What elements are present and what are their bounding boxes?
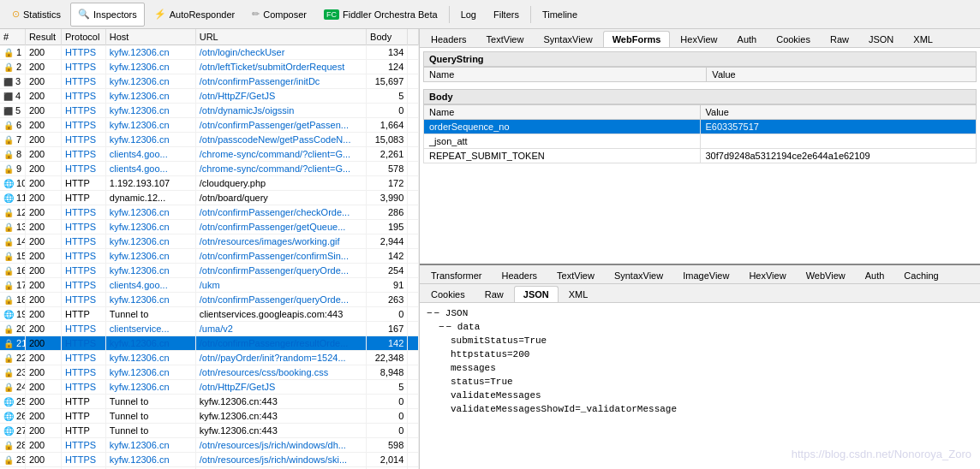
table-row[interactable]: 🔒 2 200 HTTPS kyfw.12306.cn /otn/leftTic… (0, 60, 419, 74)
cell-body: 3,990 (367, 191, 408, 205)
tab-xml[interactable]: XML (904, 31, 942, 47)
table-row[interactable]: 🔒 16 200 HTTPS kyfw.12306.cn /otn/confir… (0, 264, 419, 278)
cell-url: /otn/confirmPassenger/getQueue... (195, 220, 366, 234)
table-row[interactable]: 🔒 23 200 HTTPS kyfw.12306.cn /otn/resour… (0, 365, 419, 380)
table-row[interactable]: 🔒 12 200 HTTPS kyfw.12306.cn /otn/confir… (0, 205, 419, 220)
tab-syntaxview[interactable]: SyntaxView (534, 31, 601, 47)
tab-imageview[interactable]: ImageView (673, 267, 738, 283)
top-toolbar: ⊙ Statistics 🔍 Inspectors ⚡ AutoResponde… (0, 0, 980, 29)
table-row[interactable]: 🌐 27 200 HTTP Tunnel to kyfw.12306.cn:44… (0, 424, 419, 438)
table-row[interactable]: ⬛ 5 200 HTTPS kyfw.12306.cn /otn/dynamic… (0, 104, 419, 118)
tab-lower-headers[interactable]: Headers (493, 267, 547, 283)
table-row[interactable]: 🔒 29 200 HTTPS kyfw.12306.cn /otn/resour… (0, 453, 419, 467)
cell-host: kyfw.12306.cn (105, 249, 195, 264)
statistics-icon: ⊙ (12, 9, 20, 20)
cell-body: 91 (367, 278, 408, 293)
tab-cookies[interactable]: Cookies (767, 31, 820, 47)
cell-host: kyfw.12306.cn (105, 220, 195, 234)
tab-textview[interactable]: TextView (477, 31, 534, 47)
toolbar-separator2 (530, 6, 531, 23)
tab-webforms[interactable]: WebForms (603, 31, 671, 47)
table-row[interactable]: 🔒 13 200 HTTPS kyfw.12306.cn /otn/confir… (0, 220, 419, 234)
autoresponder-tab[interactable]: ⚡ AutoResponder (146, 3, 242, 27)
inspectors-tab[interactable]: 🔍 Inspectors (70, 3, 145, 27)
cell-result: 200 (25, 351, 61, 365)
cell-num: 🌐 19 (0, 307, 25, 322)
cell-body: 134 (367, 45, 408, 60)
table-row[interactable]: ⬛ 3 200 HTTPS kyfw.12306.cn /otn/confirm… (0, 74, 419, 89)
cell-result: 200 (25, 453, 61, 467)
table-row[interactable]: 🔒 28 200 HTTPS kyfw.12306.cn /otn/resour… (0, 438, 419, 453)
querystring-table: Name Value (423, 67, 977, 82)
timeline-tab[interactable]: Timeline (535, 3, 585, 27)
body-row[interactable]: _json_att (424, 134, 977, 149)
cell-url: /otn/HttpZF/GetJS (195, 380, 366, 395)
cell-result: 200 (25, 336, 61, 351)
tab-lower-auth[interactable]: Auth (856, 267, 894, 283)
cell-num: 🔒 9 (0, 162, 25, 176)
tab-json[interactable]: JSON (859, 31, 903, 47)
table-row[interactable]: 🌐 10 200 HTTP 1.192.193.107 /cloudquery.… (0, 176, 419, 191)
tab-caching[interactable]: Caching (894, 267, 947, 283)
fiddler-orchestra-tab[interactable]: FC Fiddler Orchestra Beta (316, 3, 445, 27)
col-header-scroll (408, 29, 419, 45)
table-row[interactable]: 🌐 25 200 HTTP Tunnel to kyfw.12306.cn:44… (0, 395, 419, 409)
body-row[interactable]: orderSequence_no E603357517 (424, 120, 977, 134)
cell-result: 200 (25, 424, 61, 438)
tab-lower-json[interactable]: JSON (514, 286, 559, 302)
cell-body: 263 (367, 293, 408, 307)
json-tree-item: httpstatus=200 (423, 347, 977, 361)
cell-extra (408, 191, 419, 205)
cell-num: 🌐 10 (0, 176, 25, 191)
table-row[interactable]: 🔒 17 200 HTTPS clients4.goo... /ukm 91 (0, 278, 419, 293)
inspectors-panel: Headers TextView SyntaxView WebForms Hex… (420, 29, 980, 469)
tab-lower-hexview[interactable]: HexView (739, 267, 795, 283)
cell-extra (408, 264, 419, 278)
statistics-tab[interactable]: ⊙ Statistics (4, 3, 69, 27)
body-cell-name: REPEAT_SUBMIT_TOKEN (424, 149, 701, 163)
table-row[interactable]: 🌐 11 200 HTTP dynamic.12... /otn/board/q… (0, 191, 419, 205)
tab-webview[interactable]: WebView (797, 267, 855, 283)
table-row[interactable]: 🔒 24 200 HTTPS kyfw.12306.cn /otn/HttpZF… (0, 380, 419, 395)
json-data-collapse-icon[interactable]: − (439, 322, 451, 332)
table-row[interactable]: 🔒 20 200 HTTPS clientservice... /uma/v2 … (0, 322, 419, 336)
log-tab[interactable]: Log (453, 3, 484, 27)
table-row[interactable]: 🔒 8 200 HTTPS clients4.goo... /chrome-sy… (0, 147, 419, 162)
table-row[interactable]: 🔒 22 200 HTTPS kyfw.12306.cn /otn//payOr… (0, 351, 419, 365)
tab-transformer[interactable]: Transformer (421, 267, 492, 283)
cell-protocol: HTTPS (62, 293, 106, 307)
composer-icon: ✏ (252, 9, 260, 20)
cell-host: kyfw.12306.cn (105, 74, 195, 89)
tab-lower-cookies[interactable]: Cookies (421, 286, 475, 302)
table-row[interactable]: 🔒 6 200 HTTPS kyfw.12306.cn /otn/confirm… (0, 118, 419, 133)
tab-raw[interactable]: Raw (821, 31, 858, 47)
table-row[interactable]: 🌐 26 200 HTTP Tunnel to kyfw.12306.cn:44… (0, 409, 419, 424)
table-row[interactable]: 🌐 19 200 HTTP Tunnel to clientservices.g… (0, 307, 419, 322)
filters-tab[interactable]: Filters (486, 3, 527, 27)
table-row[interactable]: 🔒 15 200 HTTPS kyfw.12306.cn /otn/confir… (0, 249, 419, 264)
body-row[interactable]: REPEAT_SUBMIT_TOKEN 30f7d9248a5312194ce2… (424, 149, 977, 163)
tab-lower-raw[interactable]: Raw (475, 286, 513, 302)
table-row[interactable]: 🔒 7 200 HTTPS kyfw.12306.cn /otn/passcod… (0, 133, 419, 147)
table-row[interactable]: 🔒 21 200 HTTPS kyfw.12306.cn /otn/confir… (0, 336, 419, 351)
cell-url: /otn/confirmPassenger/getPassen... (195, 118, 366, 133)
cell-result: 200 (25, 307, 61, 322)
table-row[interactable]: 🔒 18 200 HTTPS kyfw.12306.cn /otn/confir… (0, 293, 419, 307)
cell-num: 🔒 15 (0, 249, 25, 264)
tab-hexview[interactable]: HexView (671, 31, 726, 47)
tab-headers[interactable]: Headers (421, 31, 476, 47)
tab-lower-textview[interactable]: TextView (547, 267, 604, 283)
toolbar-separator (449, 6, 450, 23)
tab-lower-syntaxview[interactable]: SyntaxView (605, 267, 672, 283)
table-row[interactable]: ⬛ 4 200 HTTPS kyfw.12306.cn /otn/HttpZF/… (0, 89, 419, 104)
tab-auth[interactable]: Auth (728, 31, 767, 47)
json-collapse-icon[interactable]: − (427, 308, 439, 318)
table-row[interactable]: 🔒 1 200 HTTPS kyfw.12306.cn /otn/login/c… (0, 45, 419, 60)
cell-body: 1,664 (367, 118, 408, 133)
composer-tab[interactable]: ✏ Composer (244, 3, 314, 27)
cell-protocol: HTTPS (62, 336, 106, 351)
table-row[interactable]: 🔒 9 200 HTTPS clients4.goo... /chrome-sy… (0, 162, 419, 176)
tab-lower-xml[interactable]: XML (559, 286, 598, 302)
cell-protocol: HTTPS (62, 453, 106, 467)
table-row[interactable]: 🔒 14 200 HTTPS kyfw.12306.cn /otn/resour… (0, 234, 419, 249)
